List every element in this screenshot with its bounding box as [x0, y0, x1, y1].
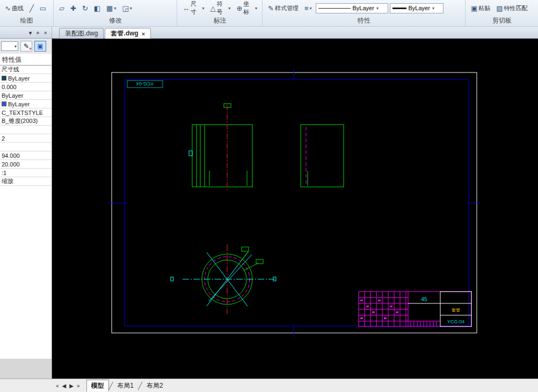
- chevron-down-icon[interactable]: ▾: [29, 30, 32, 37]
- mirror-button[interactable]: ◧: [92, 4, 103, 13]
- file-tab-label: 套管.dwg: [111, 29, 138, 38]
- property-value: 缩放: [2, 177, 13, 185]
- property-value: 94.000: [2, 153, 20, 159]
- rectangle-icon: ▭: [40, 5, 46, 12]
- property-row[interactable]: ByLayer: [0, 74, 52, 83]
- filter-combo[interactable]: ▾: [1, 41, 18, 51]
- chevron-down-icon: ▾: [130, 6, 132, 11]
- match-properties-button[interactable]: ▧ 特性匹配: [494, 3, 529, 13]
- clipboard-group-label: 剪切板: [466, 16, 538, 25]
- style-manager-button[interactable]: ✎ 样式管理: [266, 3, 301, 13]
- ribbon: ∿ 曲线 ╱ ▭ 绘图 ▱ ✚ ↻ ◧ ▦ ▾: [0, 0, 538, 27]
- chevron-down-icon: ▾: [432, 6, 434, 11]
- circular-view[interactable]: [171, 244, 277, 314]
- ribbon-group-draw: ∿ 曲线 ╱ ▭ 绘图: [0, 0, 54, 26]
- cad-application-window: ∿ 曲线 ╱ ▭ 绘图 ▱ ✚ ↻ ◧ ▦ ▾: [0, 0, 538, 392]
- side-view[interactable]: [301, 125, 344, 187]
- rotate-button[interactable]: ↻: [80, 4, 90, 13]
- panel-toolbar: ▾ ⌖ ×: [0, 27, 52, 39]
- tab-layout1[interactable]: 布局1: [113, 380, 138, 391]
- menu-icon: ≡: [304, 5, 309, 12]
- property-row[interactable]: 2: [0, 134, 52, 143]
- edit-pencil-button[interactable]: ✎ ×: [20, 41, 32, 52]
- last-layout-icon[interactable]: »: [77, 383, 80, 389]
- symbol-button[interactable]: △ 符号 ▾: [208, 0, 233, 16]
- pencil-icon: ✎: [24, 42, 29, 50]
- coordinate-icon: ⊕: [236, 5, 242, 12]
- property-row[interactable]: ByLayer: [0, 100, 52, 108]
- rectangle-button[interactable]: ▭: [38, 4, 48, 13]
- linetype-value: ByLayer: [353, 5, 374, 11]
- property-value: 20.000: [2, 161, 20, 168]
- chevron-down-icon: ▾: [202, 6, 205, 11]
- property-row[interactable]: 20.000: [0, 160, 52, 169]
- line-icon: ╱: [30, 5, 34, 12]
- color-value: ByLayer: [409, 5, 430, 11]
- paste-button[interactable]: ▣ 粘贴: [469, 3, 492, 13]
- property-row[interactable]: 94.000: [0, 151, 52, 160]
- property-grid: 特性值 尺寸线 ByLayer 0.000 ByLayer ByLayer C_…: [0, 54, 52, 359]
- title-block[interactable]: 45 套管 YCG-04: [359, 292, 471, 326]
- property-row[interactable]: 缩放: [0, 177, 52, 186]
- scale-button[interactable]: ◲ ▾: [120, 4, 134, 13]
- drawing-number-text: YCG-04: [447, 319, 465, 324]
- next-layout-icon[interactable]: ▶: [69, 383, 74, 389]
- dimension-button[interactable]: ↔ 尺寸 ▾: [180, 0, 207, 16]
- tab-layout2[interactable]: 布局2: [142, 380, 168, 391]
- property-value: :1: [2, 170, 6, 176]
- close-icon[interactable]: ×: [44, 30, 47, 36]
- color-combo[interactable]: ByLayer ▾: [390, 3, 444, 13]
- pin-icon[interactable]: ⌖: [36, 30, 39, 37]
- color-sample-icon: [392, 8, 406, 9]
- property-grid-header: 特性值: [0, 54, 52, 66]
- property-row[interactable]: ByLayer: [0, 91, 52, 100]
- property-row[interactable]: 0.000: [0, 83, 52, 91]
- style-manager-label: 样式管理: [275, 4, 299, 12]
- file-tab-assembly[interactable]: 装配图.dwg: [59, 28, 104, 39]
- curve-button[interactable]: ∿ 曲线: [3, 3, 26, 13]
- chevron-down-icon: ▾: [228, 6, 230, 11]
- properties-palette: ▾ ✎ × ▣ 特性值 尺寸线 ByLayer 0.000 ByLayer By…: [0, 39, 52, 379]
- select-entities-button[interactable]: ▣: [34, 41, 46, 52]
- dimension-label: 尺寸: [191, 0, 201, 16]
- curve-label: 曲线: [12, 4, 24, 12]
- curve-icon: ∿: [5, 5, 11, 12]
- property-row[interactable]: B_锥度(2003): [0, 117, 52, 126]
- move-icon: ✚: [70, 5, 76, 12]
- previous-layout-icon[interactable]: ◀: [62, 383, 67, 389]
- property-value: 尺寸线: [2, 66, 19, 74]
- property-row[interactable]: [0, 126, 52, 134]
- color-swatch: [2, 76, 6, 81]
- array-button[interactable]: ▦ ▾: [104, 4, 118, 13]
- move-button[interactable]: ✚: [68, 4, 78, 13]
- coordinate-button[interactable]: ⊕ 坐标 ▾: [234, 0, 259, 16]
- chevron-down-icon: ▾: [310, 6, 312, 11]
- modify-group-label: 修改: [54, 16, 177, 25]
- first-layout-icon[interactable]: «: [56, 383, 59, 389]
- ribbon-group-annotate: ↔ 尺寸 ▾ △ 符号 ▾ ⊕ 坐标 ▾ 标注: [178, 0, 263, 26]
- front-view[interactable]: [189, 104, 252, 191]
- close-icon[interactable]: ×: [142, 31, 145, 37]
- array-icon: ▦: [106, 5, 113, 12]
- file-tab-sleeve[interactable]: 套管.dwg ×: [105, 28, 151, 39]
- linetype-combo[interactable]: ByLayer ▾: [316, 3, 388, 13]
- document-tab-strip: ▾ ⌖ × 装配图.dwg 套管.dwg ×: [0, 27, 538, 39]
- property-row[interactable]: [0, 143, 52, 151]
- coordinate-label: 坐标: [243, 0, 254, 16]
- layer-menu-button[interactable]: ≡ ▾: [302, 4, 314, 13]
- tab-model[interactable]: 模型: [86, 380, 109, 391]
- property-row[interactable]: :1: [0, 169, 52, 177]
- erase-button[interactable]: ▱: [57, 4, 67, 13]
- ribbon-group-modify: ▱ ✚ ↻ ◧ ▦ ▾ ◲ ▾ 修改: [54, 0, 177, 26]
- ribbon-group-properties: ✎ 样式管理 ≡ ▾ ByLayer ▾ ByLayer ▾ 特: [263, 0, 466, 26]
- draw-group-label: 绘图: [0, 16, 53, 25]
- frame-label: YCG-04: [136, 81, 154, 86]
- chevron-down-icon: ▾: [114, 6, 116, 11]
- property-row[interactable]: C_TEXTSTYLE: [0, 108, 52, 117]
- paste-label: 粘贴: [478, 4, 490, 12]
- property-row[interactable]: 尺寸线: [0, 66, 52, 74]
- linetype-sample-icon: [318, 8, 351, 9]
- drawing-canvas[interactable]: YCG-04: [52, 39, 538, 379]
- line-button[interactable]: ╱: [27, 4, 36, 13]
- chevron-down-icon: ▾: [376, 6, 379, 11]
